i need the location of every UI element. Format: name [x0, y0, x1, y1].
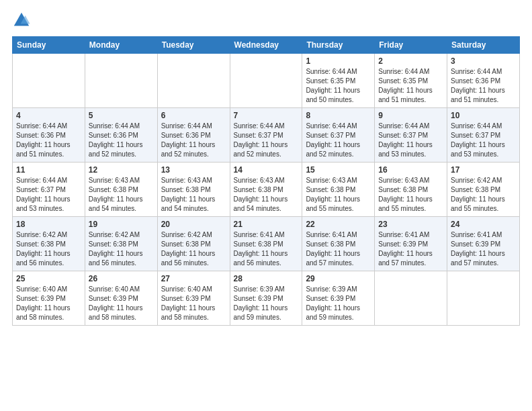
weekday-friday: Friday — [375, 37, 447, 54]
day-cell: 7Sunrise: 6:44 AMSunset: 6:37 PMDaylight… — [230, 108, 302, 163]
day-cell — [157, 54, 230, 108]
day-info: Sunrise: 6:39 AMSunset: 6:39 PMDaylight:… — [306, 285, 371, 322]
day-cell: 23Sunrise: 6:41 AMSunset: 6:39 PMDayligh… — [375, 217, 447, 271]
day-info: Sunrise: 6:41 AMSunset: 6:38 PMDaylight:… — [234, 230, 299, 268]
day-cell: 17Sunrise: 6:42 AMSunset: 6:38 PMDayligh… — [447, 163, 520, 217]
day-cell: 27Sunrise: 6:40 AMSunset: 6:39 PMDayligh… — [157, 271, 230, 326]
day-info: Sunrise: 6:43 AMSunset: 6:38 PMDaylight:… — [378, 176, 443, 214]
day-number: 4 — [16, 111, 81, 120]
header — [12, 11, 520, 30]
weekday-sunday: Sunday — [13, 37, 85, 54]
day-number: 27 — [161, 274, 226, 283]
day-cell: 21Sunrise: 6:41 AMSunset: 6:38 PMDayligh… — [230, 217, 302, 271]
day-cell: 9Sunrise: 6:44 AMSunset: 6:37 PMDaylight… — [375, 108, 447, 163]
day-cell: 15Sunrise: 6:43 AMSunset: 6:38 PMDayligh… — [302, 163, 375, 217]
day-number: 21 — [234, 220, 299, 229]
day-number: 28 — [234, 274, 299, 283]
day-number: 13 — [161, 165, 226, 175]
day-info: Sunrise: 6:42 AMSunset: 6:38 PMDaylight:… — [451, 176, 516, 214]
week-row-1: 1Sunrise: 6:44 AMSunset: 6:35 PMDaylight… — [13, 54, 520, 108]
day-cell — [447, 271, 520, 326]
day-cell: 25Sunrise: 6:40 AMSunset: 6:39 PMDayligh… — [13, 271, 85, 326]
day-cell: 1Sunrise: 6:44 AMSunset: 6:35 PMDaylight… — [302, 54, 375, 108]
week-row-2: 4Sunrise: 6:44 AMSunset: 6:36 PMDaylight… — [13, 108, 520, 163]
day-info: Sunrise: 6:41 AMSunset: 6:39 PMDaylight:… — [451, 230, 516, 268]
day-info: Sunrise: 6:41 AMSunset: 6:39 PMDaylight:… — [378, 230, 443, 268]
day-number: 5 — [89, 111, 154, 120]
day-cell: 16Sunrise: 6:43 AMSunset: 6:38 PMDayligh… — [375, 163, 447, 217]
day-number: 8 — [306, 111, 371, 120]
day-number: 24 — [451, 220, 516, 229]
day-cell: 22Sunrise: 6:41 AMSunset: 6:38 PMDayligh… — [302, 217, 375, 271]
day-cell: 26Sunrise: 6:40 AMSunset: 6:39 PMDayligh… — [85, 271, 157, 326]
day-number: 29 — [306, 274, 371, 283]
day-number: 10 — [451, 111, 516, 120]
day-cell: 5Sunrise: 6:44 AMSunset: 6:36 PMDaylight… — [85, 108, 157, 163]
day-number: 19 — [89, 220, 154, 229]
day-cell: 2Sunrise: 6:44 AMSunset: 6:35 PMDaylight… — [375, 54, 447, 108]
day-cell: 11Sunrise: 6:44 AMSunset: 6:37 PMDayligh… — [13, 163, 85, 217]
day-number: 1 — [306, 56, 371, 66]
week-row-4: 18Sunrise: 6:42 AMSunset: 6:38 PMDayligh… — [13, 217, 520, 271]
day-cell — [375, 271, 447, 326]
logo-icon — [12, 11, 31, 30]
day-info: Sunrise: 6:44 AMSunset: 6:37 PMDaylight:… — [16, 176, 81, 214]
day-info: Sunrise: 6:43 AMSunset: 6:38 PMDaylight:… — [161, 176, 226, 214]
day-info: Sunrise: 6:41 AMSunset: 6:38 PMDaylight:… — [306, 230, 371, 268]
weekday-monday: Monday — [85, 37, 157, 54]
day-info: Sunrise: 6:43 AMSunset: 6:38 PMDaylight:… — [234, 176, 299, 214]
week-row-3: 11Sunrise: 6:44 AMSunset: 6:37 PMDayligh… — [13, 163, 520, 217]
day-number: 22 — [306, 220, 371, 229]
day-number: 18 — [16, 220, 81, 229]
day-cell: 12Sunrise: 6:43 AMSunset: 6:38 PMDayligh… — [85, 163, 157, 217]
day-cell: 6Sunrise: 6:44 AMSunset: 6:36 PMDaylight… — [157, 108, 230, 163]
day-info: Sunrise: 6:40 AMSunset: 6:39 PMDaylight:… — [16, 285, 81, 322]
day-cell — [13, 54, 85, 108]
calendar-table: SundayMondayTuesdayWednesdayThursdayFrid… — [12, 36, 520, 326]
weekday-saturday: Saturday — [447, 37, 520, 54]
day-number: 25 — [16, 274, 81, 283]
day-info: Sunrise: 6:42 AMSunset: 6:38 PMDaylight:… — [16, 230, 81, 268]
day-number: 23 — [378, 220, 443, 229]
day-number: 3 — [451, 56, 516, 66]
day-info: Sunrise: 6:44 AMSunset: 6:35 PMDaylight:… — [306, 67, 371, 105]
day-info: Sunrise: 6:44 AMSunset: 6:37 PMDaylight:… — [234, 122, 299, 159]
page: SundayMondayTuesdayWednesdayThursdayFrid… — [0, 0, 532, 411]
day-cell: 19Sunrise: 6:42 AMSunset: 6:38 PMDayligh… — [85, 217, 157, 271]
weekday-header-row: SundayMondayTuesdayWednesdayThursdayFrid… — [13, 37, 520, 54]
day-cell — [230, 54, 302, 108]
day-number: 9 — [378, 111, 443, 120]
day-info: Sunrise: 6:44 AMSunset: 6:37 PMDaylight:… — [306, 122, 371, 159]
week-row-5: 25Sunrise: 6:40 AMSunset: 6:39 PMDayligh… — [13, 271, 520, 326]
day-cell: 28Sunrise: 6:39 AMSunset: 6:39 PMDayligh… — [230, 271, 302, 326]
day-number: 26 — [89, 274, 154, 283]
day-info: Sunrise: 6:44 AMSunset: 6:36 PMDaylight:… — [16, 122, 81, 159]
day-info: Sunrise: 6:43 AMSunset: 6:38 PMDaylight:… — [89, 176, 154, 214]
day-info: Sunrise: 6:42 AMSunset: 6:38 PMDaylight:… — [89, 230, 154, 268]
day-number: 6 — [161, 111, 226, 120]
day-cell: 29Sunrise: 6:39 AMSunset: 6:39 PMDayligh… — [302, 271, 375, 326]
day-info: Sunrise: 6:44 AMSunset: 6:36 PMDaylight:… — [451, 67, 516, 105]
day-info: Sunrise: 6:40 AMSunset: 6:39 PMDaylight:… — [161, 285, 226, 322]
day-cell: 8Sunrise: 6:44 AMSunset: 6:37 PMDaylight… — [302, 108, 375, 163]
day-cell: 10Sunrise: 6:44 AMSunset: 6:37 PMDayligh… — [447, 108, 520, 163]
weekday-wednesday: Wednesday — [230, 37, 302, 54]
logo — [12, 11, 34, 30]
day-number: 7 — [234, 111, 299, 120]
day-number: 16 — [378, 165, 443, 175]
day-cell: 3Sunrise: 6:44 AMSunset: 6:36 PMDaylight… — [447, 54, 520, 108]
day-number: 11 — [16, 165, 81, 175]
day-number: 20 — [161, 220, 226, 229]
day-cell: 18Sunrise: 6:42 AMSunset: 6:38 PMDayligh… — [13, 217, 85, 271]
day-number: 2 — [378, 56, 443, 66]
day-info: Sunrise: 6:40 AMSunset: 6:39 PMDaylight:… — [89, 285, 154, 322]
day-cell: 4Sunrise: 6:44 AMSunset: 6:36 PMDaylight… — [13, 108, 85, 163]
day-info: Sunrise: 6:44 AMSunset: 6:35 PMDaylight:… — [378, 67, 443, 105]
day-number: 14 — [234, 165, 299, 175]
day-info: Sunrise: 6:44 AMSunset: 6:37 PMDaylight:… — [378, 122, 443, 159]
day-number: 17 — [451, 165, 516, 175]
day-cell: 14Sunrise: 6:43 AMSunset: 6:38 PMDayligh… — [230, 163, 302, 217]
day-cell: 24Sunrise: 6:41 AMSunset: 6:39 PMDayligh… — [447, 217, 520, 271]
day-cell: 20Sunrise: 6:42 AMSunset: 6:38 PMDayligh… — [157, 217, 230, 271]
day-cell: 13Sunrise: 6:43 AMSunset: 6:38 PMDayligh… — [157, 163, 230, 217]
